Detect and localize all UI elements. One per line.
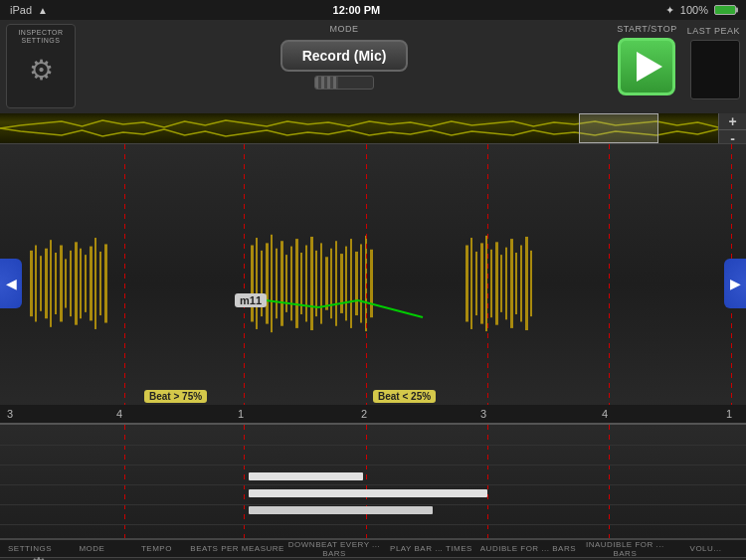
volume-label: VOLU... [673, 544, 738, 553]
tempo-column-label: TEMPO [124, 544, 189, 553]
svg-rect-33 [330, 249, 332, 319]
gear-icon-large[interactable]: ⚙ [29, 54, 54, 87]
svg-rect-29 [310, 237, 313, 330]
beat-line-2 [244, 144, 245, 423]
beat-num-6: 4 [602, 408, 608, 420]
bottom-toolbar: SETTINGS MODE TEMPO BEATS PER MEASURE DO… [0, 538, 746, 560]
beats-per-measure-label: BEATS PER MEASURE [189, 544, 285, 553]
svg-rect-48 [495, 242, 498, 324]
last-peak-section: LAST PEAK [687, 24, 740, 99]
svg-rect-37 [350, 239, 352, 328]
waveform-canvas [0, 144, 746, 423]
main-waveform[interactable]: ◀ ▶ m11 Beat > 75% Beat < 25% 3 4 1 2 3 … [0, 144, 746, 423]
svg-rect-18 [256, 238, 258, 329]
last-peak-display [690, 40, 740, 99]
svg-rect-27 [300, 253, 302, 314]
beat-num-7: 1 [726, 408, 732, 420]
svg-rect-4 [45, 249, 48, 319]
nav-right-arrow[interactable]: ▶ [724, 259, 746, 308]
zoom-in-button[interactable]: + [719, 113, 746, 130]
nav-left-arrow[interactable]: ◀ [0, 259, 22, 308]
svg-rect-7 [60, 246, 63, 322]
svg-rect-35 [340, 254, 343, 313]
bluetooth-icon: ✦ [665, 4, 674, 17]
inaudible-label: INAUDIBLE FOR ... BARS [577, 540, 673, 558]
overview-waveform[interactable] [0, 113, 718, 143]
svg-rect-15 [99, 252, 101, 315]
svg-rect-8 [65, 259, 67, 307]
svg-rect-31 [320, 243, 322, 323]
center-controls: MODE Record (Mic) [82, 24, 607, 90]
time-display: 12:00 PM [333, 4, 381, 16]
svg-rect-24 [285, 255, 287, 312]
midi-note-1 [249, 472, 363, 480]
midi-note-3 [249, 506, 433, 514]
grid-line-1 [0, 445, 746, 446]
svg-rect-32 [325, 257, 328, 309]
svg-rect-16 [104, 244, 107, 322]
overview-viewport[interactable] [579, 113, 658, 143]
svg-rect-50 [505, 248, 507, 320]
zoom-controls: + - [718, 113, 746, 143]
midi-note-2 [249, 489, 487, 497]
svg-rect-45 [480, 243, 483, 323]
waveform-overview[interactable]: + - [0, 114, 746, 144]
svg-rect-17 [251, 246, 254, 322]
grid-line-5 [0, 524, 746, 525]
play-button[interactable] [618, 38, 675, 95]
svg-rect-49 [500, 255, 502, 312]
battery-bar [714, 5, 736, 15]
pr-beat-line-5 [609, 425, 610, 538]
pr-beat-line-3 [366, 425, 367, 538]
beat-num-1: 3 [7, 408, 13, 420]
svg-rect-11 [80, 249, 82, 319]
play-bar-label: PLAY BAR ... TIMES [383, 544, 479, 553]
svg-rect-43 [470, 238, 472, 329]
svg-rect-3 [40, 256, 42, 311]
settings-gear-icon[interactable]: ⚙ [29, 553, 49, 561]
svg-rect-55 [530, 251, 532, 316]
svg-rect-1 [30, 251, 33, 316]
svg-rect-44 [475, 252, 477, 315]
audible-label: AUDIBLE FOR ... BARS [479, 544, 576, 553]
mode-label: MODE [330, 24, 359, 34]
status-bar: iPad ▲ 12:00 PM ✦ 100% [0, 0, 746, 20]
svg-rect-34 [335, 241, 337, 325]
beat-label-1: Beat > 75% [144, 390, 207, 403]
beat-numbers-row: 3 4 1 2 3 4 1 [0, 405, 746, 423]
wifi-icon: ▲ [38, 5, 48, 16]
beat-line-1 [124, 144, 125, 423]
record-button[interactable]: Record (Mic) [280, 40, 409, 72]
device-label: iPad [10, 4, 32, 16]
settings-label: INSPECTOR SETTINGS [7, 29, 75, 46]
beat-line-5 [609, 144, 610, 423]
beat-num-3: 1 [238, 408, 244, 420]
top-toolbar: INSPECTOR SETTINGS ⚙ MODE Record (Mic) S… [0, 20, 746, 114]
start-stop-label: START/STOP [617, 24, 677, 34]
svg-rect-14 [94, 238, 96, 329]
svg-rect-13 [90, 247, 93, 321]
grid-line-4 [0, 504, 746, 505]
svg-rect-42 [466, 246, 468, 322]
svg-rect-28 [305, 246, 307, 322]
svg-rect-6 [55, 253, 57, 314]
svg-rect-25 [290, 247, 292, 321]
downbeat-label: DOWNBEAT EVERY ... BARS [285, 540, 382, 558]
grid-line-2 [0, 465, 746, 466]
beat-num-5: 3 [480, 408, 486, 420]
svg-rect-23 [280, 241, 283, 325]
pr-beat-line-2 [244, 425, 245, 538]
svg-rect-51 [510, 239, 513, 328]
beat-num-2: 4 [116, 408, 122, 420]
svg-rect-20 [266, 243, 269, 323]
svg-rect-30 [315, 251, 317, 316]
last-peak-label: LAST PEAK [687, 26, 740, 36]
record-slider[interactable] [314, 76, 374, 90]
record-btn-container: Record (Mic) [280, 40, 409, 90]
svg-rect-26 [295, 239, 298, 328]
battery-percentage: 100% [680, 4, 708, 16]
settings-box: INSPECTOR SETTINGS ⚙ [6, 24, 76, 108]
piano-roll[interactable] [0, 423, 746, 538]
svg-rect-39 [360, 244, 362, 322]
play-triangle-icon [637, 52, 662, 82]
